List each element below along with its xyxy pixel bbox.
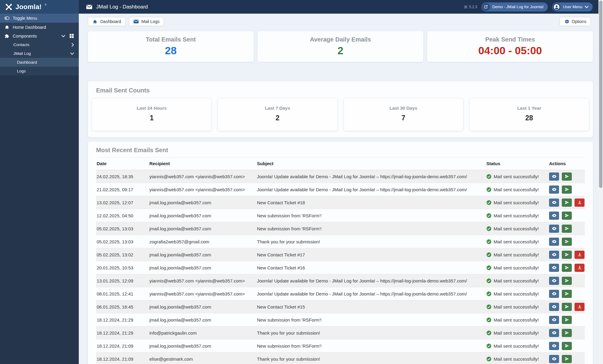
- count-card-last-7-days: Last 7 Days 2: [218, 99, 337, 131]
- resend-button[interactable]: [562, 264, 572, 272]
- sidebar-item-dashboard[interactable]: Dashboard: [0, 58, 79, 67]
- user-circle-icon: [553, 3, 561, 11]
- joomla-logo-icon: [5, 3, 13, 11]
- scrollbar-thumb[interactable]: [599, 1, 602, 188]
- cell-recipient: info@patrickgaulin.com: [149, 326, 256, 339]
- table-row: 13.01.2025, 12:09 yiannis@web357.com <yi…: [96, 274, 585, 287]
- view-button[interactable]: [549, 225, 559, 233]
- cell-status: Mail sent successfully!: [486, 209, 548, 222]
- resend-button[interactable]: [562, 172, 572, 181]
- check-circle-icon: [486, 213, 491, 218]
- cell-recipient: jmail.log.joomla@web357.com: [149, 248, 256, 261]
- column-header-status: Status: [486, 157, 548, 170]
- cell-status: Mail sent successfully!: [486, 248, 548, 261]
- user-menu-button[interactable]: User Menu: [552, 2, 593, 12]
- cell-subject: New submission from 'RSForm'!: [256, 222, 486, 235]
- download-button[interactable]: [575, 264, 585, 272]
- cell-actions: [548, 339, 585, 352]
- view-button[interactable]: [549, 342, 559, 350]
- sidebar-item-toggle-menu[interactable]: Toggle Menu: [0, 14, 79, 23]
- cell-date: 05.02.2025, 13:03: [96, 222, 149, 235]
- view-button[interactable]: [549, 264, 559, 272]
- view-button[interactable]: [549, 185, 559, 194]
- recent-table-body: 24.02.2025, 18:35 yiannis@web357.com <yi…: [96, 170, 585, 364]
- resend-button[interactable]: [562, 251, 572, 259]
- table-row: 06.01.2025, 16:45 jmail.log.joomla@web35…: [96, 300, 585, 313]
- cell-status: Mail sent successfully!: [486, 261, 548, 274]
- dashboard-tab-button[interactable]: Dashboard: [88, 17, 126, 26]
- download-button[interactable]: [575, 251, 585, 259]
- options-button[interactable]: Options: [560, 17, 591, 26]
- count-card-last-30-days: Last 30 Days 7: [344, 99, 463, 131]
- cell-status: Mail sent successfully!: [486, 326, 548, 339]
- sidebar-item-label: Home Dashboard: [13, 25, 46, 30]
- sidebar-item-logs[interactable]: Logs: [0, 67, 79, 75]
- count-cards: Last 24 Hours 1 Last 7 Days 2 Last 30 Da…: [92, 99, 589, 131]
- count-label: Last 7 Days: [218, 105, 337, 111]
- check-circle-icon: [486, 304, 491, 309]
- view-button[interactable]: [549, 277, 559, 285]
- cell-status: Mail sent successfully!: [486, 339, 548, 352]
- view-button[interactable]: [549, 290, 559, 298]
- stat-label: Peak Send Times: [427, 36, 593, 43]
- sidebar-item-components[interactable]: Components: [0, 32, 79, 40]
- resend-button[interactable]: [562, 277, 572, 285]
- resend-button[interactable]: [562, 212, 572, 220]
- demo-site-button[interactable]: Demo - JMail Log for Joomla!: [481, 2, 548, 12]
- cell-actions: [548, 196, 585, 209]
- gear-icon: [564, 19, 569, 24]
- count-card-last-24-hours: Last 24 Hours 1: [92, 99, 211, 131]
- sidebar-item-home-dashboard[interactable]: Home Dashboard: [0, 23, 79, 32]
- view-button[interactable]: [549, 238, 559, 246]
- view-button[interactable]: [549, 199, 559, 207]
- cell-actions: [548, 274, 585, 287]
- view-button[interactable]: [549, 355, 559, 363]
- resend-button[interactable]: [562, 342, 572, 350]
- check-circle-icon: [486, 226, 491, 231]
- status-text: Mail sent successfully!: [494, 304, 539, 309]
- grid-icon[interactable]: [69, 34, 74, 38]
- joomla-logo-text: Joomla!: [15, 3, 42, 11]
- recent-emails-section: Most Recent Emails Sent Date Recipient S…: [88, 142, 593, 364]
- resend-button[interactable]: [562, 225, 572, 233]
- cell-actions: [548, 300, 585, 313]
- table-row: 18.12.2024, 21:09 elise@gestimark.com Th…: [96, 352, 585, 364]
- demo-site-label: Demo - JMail Log for Joomla!: [492, 5, 544, 9]
- status-text: Mail sent successfully!: [494, 187, 539, 192]
- resend-button[interactable]: [562, 185, 572, 194]
- resend-button[interactable]: [562, 355, 572, 363]
- resend-button[interactable]: [562, 238, 572, 246]
- stat-label: Average Daily Emails: [258, 36, 423, 43]
- cell-actions: [548, 209, 585, 222]
- table-row: 18.12.2024, 21:29 info@patrickgaulin.com…: [96, 326, 585, 339]
- table-row: 13.02.2025, 12:07 jmail.log.joomla@web35…: [96, 196, 585, 209]
- vertical-scrollbar[interactable]: [598, 0, 603, 364]
- sidebar-item-label: Dashboard: [17, 60, 37, 65]
- status-text: Mail sent successfully!: [494, 317, 539, 322]
- sidebar-item-contacts[interactable]: Contacts: [0, 40, 79, 49]
- resend-button[interactable]: [562, 303, 572, 311]
- resend-button[interactable]: [562, 199, 572, 207]
- resend-button[interactable]: [562, 329, 572, 337]
- view-button[interactable]: [549, 329, 559, 337]
- stat-value: 28: [88, 45, 254, 57]
- cell-actions: [548, 261, 585, 274]
- mail-logs-tab-button[interactable]: Mail Logs: [129, 17, 164, 26]
- cell-actions: [548, 183, 585, 196]
- registered-mark: ®: [45, 3, 46, 6]
- view-button[interactable]: [549, 316, 559, 324]
- check-circle-icon: [486, 187, 491, 192]
- status-text: Mail sent successfully!: [494, 252, 539, 257]
- view-button[interactable]: [549, 172, 559, 181]
- toggle-on-icon: [4, 16, 10, 20]
- resend-button[interactable]: [562, 316, 572, 324]
- resend-button[interactable]: [562, 290, 572, 298]
- view-button[interactable]: [549, 303, 559, 311]
- sidebar: Joomla!® Toggle Menu Home Dashboard: [0, 0, 79, 364]
- sidebar-item-jmail-log[interactable]: JMail Log: [0, 49, 79, 58]
- view-button[interactable]: [549, 251, 559, 259]
- download-button[interactable]: [575, 199, 585, 207]
- download-button[interactable]: [575, 303, 585, 311]
- view-button[interactable]: [549, 212, 559, 220]
- version-text: 5.2.3: [469, 5, 477, 9]
